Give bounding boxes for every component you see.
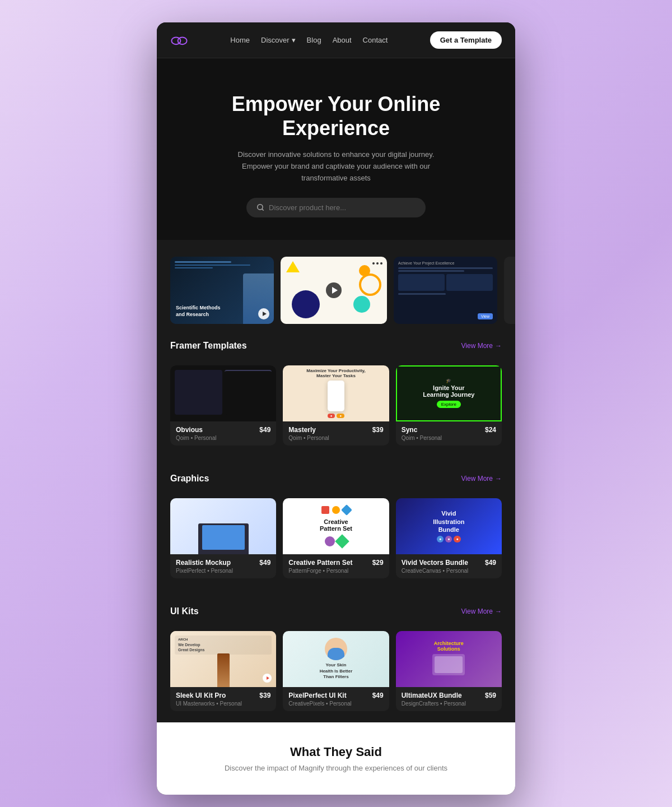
masterly-name: Masterly	[288, 426, 316, 434]
play-button-1[interactable]	[258, 308, 269, 319]
pixel-meta: CreativePixels • Personal	[288, 701, 383, 707]
product-mockup[interactable]: Realistic Mockup $49 PixelPerfect • Pers…	[170, 498, 276, 578]
sleek-meta: UI Masterworks • Personal	[176, 701, 270, 707]
masterly-thumbnail: Maximize Your Productivity,Master Your T…	[283, 365, 389, 421]
nav-home[interactable]: Home	[230, 36, 250, 44]
sync-info: Sync $24 Qoim • Personal	[396, 421, 502, 446]
mockup-name: Realistic Mockup	[176, 559, 231, 567]
arrow-right-icon: →	[495, 342, 502, 350]
framer-templates-section: Framer Templates View More →	[157, 324, 515, 365]
ui-kits-grid: ARCH We DevelopGreat Designs Sleek UI Ki…	[157, 631, 515, 722]
graphics-grid: Realistic Mockup $49 PixelPerfect • Pers…	[157, 498, 515, 590]
carousel-item-1[interactable]: Scientific Methodsand Research	[170, 257, 274, 324]
testimonials-title: What They Said	[170, 745, 502, 759]
vivid-price: $49	[485, 559, 496, 567]
sync-name: Sync	[402, 426, 418, 434]
product-masterly[interactable]: Maximize Your Productivity,Master Your T…	[283, 365, 389, 446]
testimonials-subtitle: Discover the impact of Magnify through t…	[170, 764, 502, 772]
masterly-info: Masterly $39 Qoim • Personal	[283, 421, 389, 446]
sleek-name: Sleek UI Kit Pro	[176, 692, 226, 699]
vivid-info: Vivid Vectors Bundle $49 CreativeCanvas …	[396, 554, 502, 578]
mockup-info: Realistic Mockup $49 PixelPerfect • Pers…	[170, 554, 276, 578]
navbar: Home Discover ▾ Blog About Contact Get a…	[157, 22, 515, 58]
product-pattern[interactable]: CreativePattern Set Creative Pattern Set…	[283, 498, 389, 578]
vivid-name: Vivid Vectors Bundle	[402, 559, 468, 567]
pattern-thumbnail: CreativePattern Set	[283, 498, 389, 554]
pattern-price: $29	[372, 559, 384, 567]
product-vivid[interactable]: VividIllustrationBundle ● ● ● Vivid Vect…	[396, 498, 502, 578]
pixel-price: $49	[372, 692, 384, 699]
logo-icon	[170, 35, 188, 46]
sync-price: $24	[485, 426, 496, 434]
product-ultimate[interactable]: ArchitectureSolutions UltimateUX Bundle …	[396, 631, 502, 711]
carousel-item-4[interactable]	[504, 257, 515, 324]
ui-kits-section: UI Kits View More →	[157, 590, 515, 631]
hero-carousel: Scientific Methodsand Research	[157, 240, 515, 324]
product-pixel[interactable]: Your SkinHealth Is BetterThan Filters Pi…	[283, 631, 389, 711]
framer-templates-header: Framer Templates View More →	[170, 341, 502, 351]
pattern-meta: PatternForge • Personal	[288, 568, 383, 574]
search-icon	[256, 203, 264, 211]
sleek-info: Sleek UI Kit Pro $39 UI Masterworks • Pe…	[170, 687, 276, 711]
graphics-title: Graphics	[170, 474, 209, 484]
ui-kits-header: UI Kits View More →	[170, 606, 502, 616]
ui-kits-title: UI Kits	[170, 606, 199, 616]
mockup-thumbnail	[170, 498, 276, 554]
sleek-price: $39	[259, 692, 270, 699]
obvious-name: Obvious	[176, 426, 203, 434]
nav-about[interactable]: About	[333, 36, 352, 44]
sync-meta: Qoim • Personal	[402, 435, 496, 441]
graphics-view-more[interactable]: View More →	[461, 475, 502, 483]
chevron-down-icon: ▾	[292, 36, 296, 44]
obvious-info: Obvious $49 Qoim • Personal	[170, 421, 276, 446]
obvious-price: $49	[259, 426, 270, 434]
logo[interactable]	[170, 35, 188, 46]
ultimate-meta: DesignCrafters • Personal	[402, 701, 496, 707]
framer-templates-grid: Obvious $49 Qoim • Personal Maximize You…	[157, 365, 515, 457]
obvious-meta: Qoim • Personal	[176, 435, 270, 441]
sync-thumbnail: 🎓 Ignite YourLearning Journey Explore	[396, 365, 502, 421]
framer-view-more[interactable]: View More →	[461, 342, 502, 350]
obvious-thumbnail	[170, 365, 276, 421]
mockup-price: $49	[259, 559, 270, 567]
nav-links: Home Discover ▾ Blog About Contact	[230, 36, 388, 44]
product-obvious[interactable]: Obvious $49 Qoim • Personal	[170, 365, 276, 446]
ultimate-name: UltimateUX Bundle	[402, 692, 462, 699]
nav-contact[interactable]: Contact	[363, 36, 388, 44]
carousel-label-1: Scientific Methodsand Research	[176, 304, 221, 318]
svg-point-1	[178, 37, 187, 44]
get-template-button[interactable]: Get a Template	[430, 31, 502, 49]
arrow-right-icon-3: →	[495, 607, 502, 615]
product-sync[interactable]: 🎓 Ignite YourLearning Journey Explore Sy…	[396, 365, 502, 446]
arrow-right-icon-2: →	[495, 475, 502, 483]
product-sleek[interactable]: ARCH We DevelopGreat Designs Sleek UI Ki…	[170, 631, 276, 711]
graphics-header: Graphics View More →	[170, 474, 502, 484]
sleek-thumbnail: ARCH We DevelopGreat Designs	[170, 631, 276, 687]
pixel-info: PixelPerfect UI Kit $49 CreativePixels •…	[283, 687, 389, 711]
search-input[interactable]	[269, 203, 416, 212]
main-window: Home Discover ▾ Blog About Contact Get a…	[157, 22, 515, 795]
carousel-item-2[interactable]	[281, 257, 387, 324]
vivid-meta: CreativeCanvas • Personal	[402, 568, 496, 574]
graphics-section: Graphics View More →	[157, 457, 515, 498]
mockup-meta: PixelPerfect • Personal	[176, 568, 270, 574]
ultimate-info: UltimateUX Bundle $59 DesignCrafters • P…	[396, 687, 502, 711]
masterly-meta: Qoim • Personal	[288, 435, 383, 441]
svg-line-3	[262, 209, 264, 211]
vivid-thumbnail: VividIllustrationBundle ● ● ●	[396, 498, 502, 554]
ultimate-thumbnail: ArchitectureSolutions	[396, 631, 502, 687]
ui-kits-view-more[interactable]: View More →	[461, 607, 502, 615]
ultimate-price: $59	[485, 692, 496, 699]
framer-templates-title: Framer Templates	[170, 341, 247, 351]
nav-discover[interactable]: Discover ▾	[261, 36, 296, 44]
pattern-name: Creative Pattern Set	[288, 559, 352, 567]
pixel-name: PixelPerfect UI Kit	[288, 692, 346, 699]
search-bar[interactable]	[246, 198, 426, 217]
testimonials-section: What They Said Discover the impact of Ma…	[157, 722, 515, 795]
carousel-item-3[interactable]: Achieve Your Project Excellence View	[394, 257, 497, 324]
pixel-thumbnail: Your SkinHealth Is BetterThan Filters	[283, 631, 389, 687]
pattern-info: Creative Pattern Set $29 PatternForge • …	[283, 554, 389, 578]
masterly-price: $39	[372, 426, 384, 434]
hero-section: Empower Your Online Experience Discover …	[157, 58, 515, 240]
nav-blog[interactable]: Blog	[307, 36, 321, 44]
